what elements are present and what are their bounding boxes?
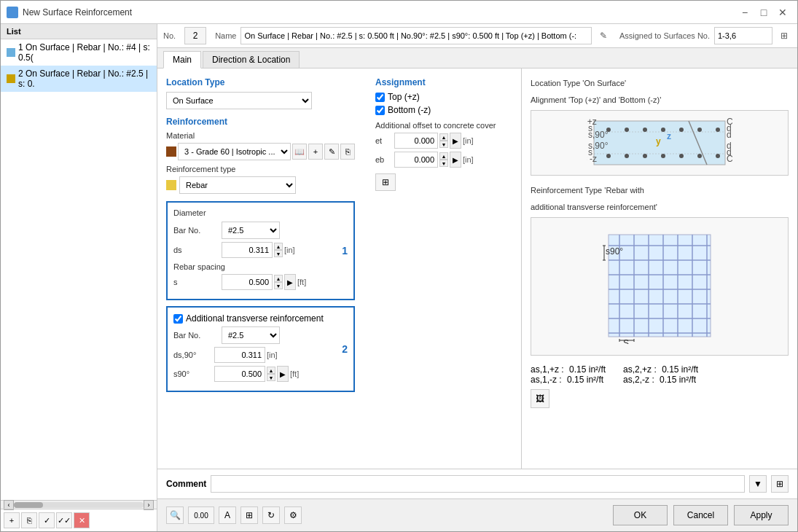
material-add-btn[interactable]: + [308, 144, 323, 160]
grid-tool-btn[interactable]: ⊞ [240, 506, 258, 524]
viz-icon-btn[interactable]: 🖼 [531, 389, 549, 408]
viz-panel: Location Type 'On Surface' Alignment 'To… [522, 69, 797, 469]
reinf-type-text2: additional transverse reinforcement' [531, 201, 789, 214]
eb-up-btn[interactable]: ▲ [439, 152, 448, 160]
bottom-checkbox[interactable] [375, 106, 385, 115]
cancel-button[interactable]: Cancel [673, 505, 728, 525]
ds90-row: ds,90° [in] [173, 347, 348, 363]
material-edit-btn[interactable]: ✎ [324, 144, 339, 160]
close-button[interactable]: ✕ [774, 4, 791, 21]
comment-action-btn[interactable]: ⊞ [771, 475, 789, 493]
minimize-button[interactable]: − [736, 4, 754, 21]
left-form-col: Location Type On Surface Reinforcement M… [166, 77, 364, 392]
ds-up-btn[interactable]: ▲ [274, 243, 283, 250]
rebar-grid-diagram: s90° S [531, 217, 789, 356]
scroll-track [14, 502, 144, 508]
material-copy-btn[interactable]: ⎘ [340, 144, 355, 160]
ok-button[interactable]: OK [613, 505, 668, 525]
eb-input[interactable] [394, 152, 438, 168]
trans-bar-no-select[interactable]: #2.5 [222, 326, 280, 344]
s90-arrow-btn[interactable]: ▶ [277, 366, 289, 382]
refresh-tool-btn[interactable]: ↻ [262, 506, 280, 524]
list-item[interactable]: 1 On Surface | Rebar | No.: #4 | s: 0.5( [1, 39, 157, 66]
scroll-thumb[interactable] [14, 502, 43, 508]
list-item-color-1 [7, 48, 15, 57]
svg-point-12 [643, 154, 647, 158]
s-unit: [ft] [297, 278, 306, 286]
copy-btn[interactable]: ⎘ [21, 512, 37, 528]
reinf-type-select[interactable]: Rebar [179, 176, 296, 194]
horizontal-scrollbar[interactable]: ‹ › [1, 500, 157, 509]
s90-down-btn[interactable]: ▼ [267, 374, 275, 381]
settings-tool-btn[interactable]: ⚙ [284, 506, 302, 524]
svg-point-9 [716, 128, 720, 132]
svg-point-10 [606, 154, 611, 158]
maximize-button[interactable]: □ [755, 4, 772, 21]
location-type-select[interactable]: On Surface [166, 92, 312, 109]
title-bar: New Surface Reinforcement − □ ✕ [1, 1, 797, 24]
et-arrow-btn[interactable]: ▶ [450, 133, 461, 149]
et-field: ▲ ▼ ▶ [in] [394, 133, 474, 149]
tab-main[interactable]: Main [163, 51, 201, 69]
list-item-selected[interactable]: 2 On Surface | Rebar | No.: #2.5 | s: 0. [1, 66, 157, 92]
table-btn[interactable]: ⊞ [375, 173, 396, 191]
comment-dropdown-btn[interactable]: ▼ [749, 475, 767, 493]
assigned-icon-btn[interactable]: ⊞ [777, 28, 791, 43]
s-input[interactable] [222, 274, 273, 290]
main-window: New Surface Reinforcement − □ ✕ List 1 O… [0, 0, 798, 532]
no-value: 2 [184, 27, 206, 44]
comment-section: Comment ▼ ⊞ [157, 469, 797, 498]
material-select[interactable]: 3 - Grade 60 | Isotropic ... [178, 143, 291, 160]
bottom-label: Bottom (-z) [388, 105, 431, 115]
table-icon: ⊞ [375, 173, 512, 191]
svg-text:d s,90°: d s,90° [727, 130, 732, 140]
s90-label: s90° [173, 369, 210, 378]
eb-arrow-btn[interactable]: ▶ [450, 152, 461, 168]
material-book-btn[interactable]: 📖 [292, 144, 307, 160]
s90-up-btn[interactable]: ▲ [267, 367, 275, 374]
eb-down-btn[interactable]: ▼ [439, 160, 448, 167]
apply-button[interactable]: Apply [734, 505, 789, 525]
form-panel: Location Type On Surface Reinforcement M… [157, 69, 522, 469]
reinf-type-select-row: Rebar [166, 176, 355, 194]
s-arrow-btn[interactable]: ▶ [284, 274, 296, 290]
bar-no-select[interactable]: #2.5 [222, 222, 280, 239]
window-title: New Surface Reinforcement [23, 7, 732, 17]
s90-input[interactable] [214, 366, 265, 382]
delete-btn[interactable]: ✕ [74, 512, 90, 528]
transverse-checkbox[interactable] [173, 314, 183, 324]
et-up-btn[interactable]: ▲ [439, 133, 448, 141]
check2-btn[interactable]: ✓✓ [56, 512, 72, 528]
check-btn[interactable]: ✓ [39, 512, 55, 528]
assigned-input[interactable] [714, 27, 772, 44]
add-btn[interactable]: + [4, 512, 20, 528]
decimal-tool-btn[interactable]: 0.00 [188, 506, 214, 524]
search-tool-btn[interactable]: 🔍 [166, 506, 184, 524]
s-up-btn[interactable]: ▲ [274, 275, 283, 282]
diameter-label: Diameter [173, 208, 348, 217]
svg-point-13 [661, 154, 665, 158]
top-checkbox[interactable] [375, 93, 385, 102]
assigned-label: Assigned to Surfaces No. [619, 31, 710, 40]
svg-point-7 [679, 128, 684, 132]
s-down-btn[interactable]: ▼ [274, 282, 283, 289]
svg-point-4 [625, 128, 629, 132]
text-tool-btn[interactable]: A [219, 506, 236, 524]
name-input[interactable] [240, 27, 591, 44]
grid-container: s90° S [601, 227, 718, 346]
et-input[interactable] [394, 133, 438, 149]
ds-input[interactable] [222, 242, 273, 258]
tab-direction-location[interactable]: Direction & Location [203, 51, 300, 68]
edit-name-btn[interactable]: ✎ [596, 28, 611, 43]
ds-unit: [in] [284, 246, 295, 254]
stat-as1mz: as,1,-z : 0.15 in²/ft [531, 375, 606, 385]
ds-down-btn[interactable]: ▼ [274, 250, 283, 257]
offset-label: Additional offset to concrete cover [375, 121, 512, 130]
et-down-btn[interactable]: ▼ [439, 141, 448, 148]
left-bottom-toolbar: + ⎘ ✓ ✓✓ ✕ [1, 509, 157, 531]
eb-unit: [in] [463, 155, 474, 164]
ds90-input[interactable] [214, 347, 265, 363]
content-area: List 1 On Surface | Rebar | No.: #4 | s:… [1, 24, 797, 531]
rebar-grid-svg: s90° S [601, 227, 718, 344]
comment-input[interactable] [211, 475, 745, 493]
